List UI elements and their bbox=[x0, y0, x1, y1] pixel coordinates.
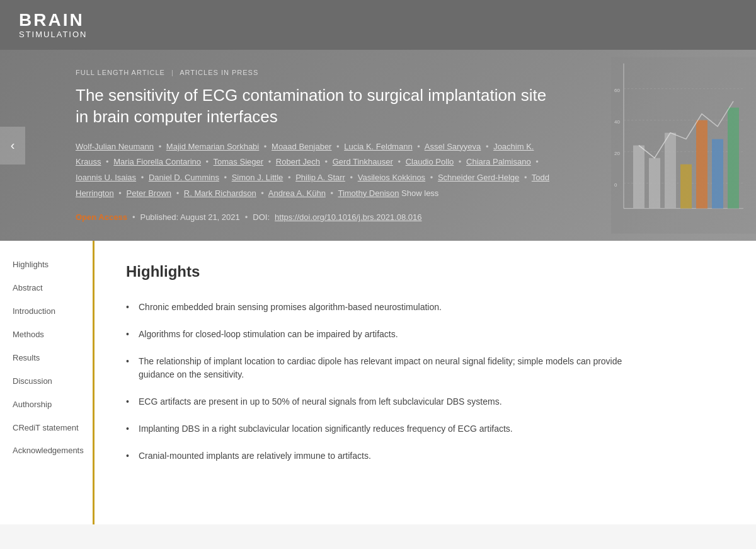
svg-text:20: 20 bbox=[614, 151, 620, 156]
author-dot-2: • bbox=[334, 142, 339, 151]
author-dot-9: • bbox=[396, 157, 401, 166]
meta-dot-1: • bbox=[132, 212, 135, 222]
sidebar-item-highlights[interactable]: Highlights bbox=[0, 253, 93, 277]
author-dot-11: • bbox=[534, 157, 539, 166]
svg-rect-8 bbox=[649, 158, 660, 209]
sidebar-item-methods[interactable]: Methods bbox=[0, 323, 93, 347]
author-dot-12: • bbox=[139, 173, 144, 182]
show-less-button[interactable]: Show less bbox=[399, 188, 439, 198]
highlight-item-0: Chronic embedded brain sensing promises … bbox=[126, 296, 643, 319]
highlight-item-4: Implanting DBS in a right subclavicular … bbox=[126, 417, 643, 441]
author-dot-19: • bbox=[174, 188, 179, 198]
site-header: BRAIN STIMULATION bbox=[0, 0, 756, 50]
articles-in-press-link[interactable]: ARTICLES IN PRESS bbox=[180, 69, 258, 76]
author-7[interactable]: Tomas Sieger bbox=[214, 157, 263, 166]
sidebar-item-discussion[interactable]: Discussion bbox=[0, 370, 93, 393]
sidebar-item-credit[interactable]: CRediT statement bbox=[0, 417, 93, 440]
author-12[interactable]: Ioannis U. Isaias bbox=[76, 173, 136, 182]
author-0[interactable]: Wolf-Julian Neumann bbox=[76, 142, 154, 151]
svg-rect-12 bbox=[712, 139, 723, 209]
author-dot-21: • bbox=[328, 188, 333, 198]
author-20[interactable]: R. Mark Richardson bbox=[184, 188, 256, 198]
author-dot-8: • bbox=[323, 157, 328, 166]
author-dot-18: • bbox=[117, 188, 122, 198]
sidebar-item-introduction[interactable]: Introduction bbox=[0, 300, 93, 323]
author-dot-6: • bbox=[203, 157, 209, 166]
author-3[interactable]: Lucia K. Feldmann bbox=[344, 142, 412, 151]
doi-link[interactable]: https://doi.org/10.1016/j.brs.2021.08.01… bbox=[275, 212, 421, 222]
highlight-item-1: Algorithms for closed-loop stimulation c… bbox=[126, 323, 643, 346]
article-meta: Open Access • Published: August 21, 2021… bbox=[76, 212, 718, 222]
sidebar: HighlightsAbstractIntroductionMethodsRes… bbox=[0, 241, 94, 524]
author-dot-5: • bbox=[103, 157, 108, 166]
content-area: Highlights Chronic embedded brain sensin… bbox=[94, 241, 756, 524]
main-content: HighlightsAbstractIntroductionMethodsRes… bbox=[0, 241, 756, 524]
svg-rect-10 bbox=[680, 165, 692, 209]
svg-rect-13 bbox=[728, 108, 739, 209]
author-2[interactable]: Moaad Benjaber bbox=[272, 142, 331, 151]
meta-dot-2: • bbox=[245, 212, 248, 222]
sidebar-item-abstract[interactable]: Abstract bbox=[0, 277, 93, 300]
highlights-title: Highlights bbox=[126, 263, 724, 280]
chart-decoration: 60 40 20 0 bbox=[611, 50, 756, 241]
article-type: FULL LENGTH ARTICLE bbox=[76, 69, 165, 76]
highlight-item-3: ECG artifacts are present in up to 50% o… bbox=[126, 390, 643, 413]
author-11[interactable]: Chiara Palmisano bbox=[466, 157, 531, 166]
author-dot-20: • bbox=[259, 188, 264, 198]
highlight-item-5: Cranial-mounted implants are relatively … bbox=[126, 444, 643, 468]
author-dot-3: • bbox=[415, 142, 420, 151]
author-dot-4: • bbox=[483, 142, 488, 151]
svg-rect-7 bbox=[633, 146, 644, 209]
highlights-list: Chronic embedded brain sensing promises … bbox=[126, 296, 724, 468]
brand-logo: BRAIN STIMULATION bbox=[19, 11, 87, 38]
svg-text:40: 40 bbox=[614, 119, 620, 125]
svg-text:0: 0 bbox=[614, 182, 617, 188]
sidebar-item-results[interactable]: Results bbox=[0, 347, 93, 370]
author-6[interactable]: Maria Fiorella Contarino bbox=[113, 157, 201, 166]
author-13[interactable]: Daniel D. Cummins bbox=[149, 173, 219, 182]
author-22[interactable]: Timothy Denison bbox=[338, 188, 399, 198]
author-16[interactable]: Vasileios Kokkinos bbox=[358, 173, 425, 182]
sidebar-item-authorship[interactable]: Authorship bbox=[0, 393, 93, 417]
doi-label: DOI: bbox=[253, 212, 270, 222]
sidebar-item-acknowledgements[interactable]: Acknowledgements bbox=[0, 439, 93, 463]
svg-rect-0 bbox=[611, 57, 756, 234]
author-dot-7: • bbox=[266, 157, 271, 166]
author-19[interactable]: Peter Brown bbox=[127, 188, 172, 198]
author-4[interactable]: Assel Saryyeva bbox=[425, 142, 481, 151]
author-1[interactable]: Majid Memarian Sorkhabi bbox=[166, 142, 259, 151]
published-date: Published: August 21, 2021 bbox=[140, 212, 239, 222]
type-separator: | bbox=[171, 69, 174, 76]
highlight-item-2: The relationship of implant location to … bbox=[126, 350, 643, 386]
article-type-line: FULL LENGTH ARTICLE | ARTICLES IN PRESS bbox=[76, 69, 718, 76]
author-14[interactable]: Simon J. Little bbox=[232, 173, 284, 182]
author-21[interactable]: Andrea A. Kühn bbox=[268, 188, 326, 198]
article-banner: ‹ 60 40 20 0 bbox=[0, 50, 756, 241]
author-9[interactable]: Gerd Tinkhauser bbox=[333, 157, 393, 166]
open-access-label: Open Access bbox=[76, 212, 127, 222]
brand-stimulation: STIMULATION bbox=[19, 30, 87, 38]
author-dot-15: • bbox=[348, 173, 353, 182]
author-dot-14: • bbox=[285, 173, 290, 182]
author-dot-10: • bbox=[456, 157, 461, 166]
left-nav-arrow[interactable]: ‹ bbox=[0, 127, 25, 165]
author-15[interactable]: Philip A. Starr bbox=[295, 173, 345, 182]
brand-brain: BRAIN bbox=[19, 11, 87, 29]
author-dot-17: • bbox=[522, 173, 527, 182]
author-dot-16: • bbox=[428, 173, 433, 182]
author-dot-1: • bbox=[261, 142, 266, 151]
svg-text:60: 60 bbox=[614, 88, 620, 93]
authors-list: Wolf-Julian Neumann • Majid Memarian Sor… bbox=[76, 139, 554, 202]
svg-rect-9 bbox=[665, 133, 676, 209]
author-dot-13: • bbox=[222, 173, 227, 182]
author-dot-0: • bbox=[156, 142, 161, 151]
svg-rect-11 bbox=[696, 120, 707, 209]
author-17[interactable]: Schneider Gerd-Helge bbox=[438, 173, 519, 182]
author-8[interactable]: Robert Jech bbox=[276, 157, 320, 166]
article-title: The sensitivity of ECG contamination to … bbox=[76, 85, 548, 128]
author-10[interactable]: Claudio Pollo bbox=[406, 157, 454, 166]
